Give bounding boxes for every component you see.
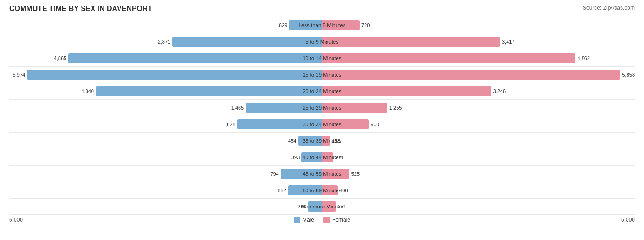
bar-right-wrapper: 5,858 bbox=[322, 70, 635, 80]
female-value: 5,858 bbox=[622, 72, 635, 78]
chart-container: COMMUTE TIME BY SEX IN DAVENPORT Source:… bbox=[9, 5, 635, 223]
row-inner: 652 60 to 89 Minutes 300 bbox=[9, 182, 635, 198]
row-label: Less than 5 Minutes bbox=[299, 22, 346, 28]
table-row: 4,340 20 to 24 Minutes 3,246 bbox=[9, 83, 635, 99]
bar-right-container: 5,858 bbox=[322, 67, 635, 83]
legend-box-male bbox=[294, 217, 300, 223]
table-row: 2,871 5 to 9 Minutes 3,417 bbox=[9, 33, 635, 50]
female-value: 1,255 bbox=[389, 105, 402, 111]
row-inner: 1,628 30 to 34 Minutes 900 bbox=[9, 116, 635, 132]
bar-left-container: 4,865 bbox=[9, 50, 322, 66]
bar-right-wrapper: 271 bbox=[322, 201, 635, 212]
bar-right-container: 900 bbox=[322, 116, 635, 132]
female-value: 720 bbox=[361, 22, 370, 28]
bar-left-wrapper: 5,974 bbox=[9, 70, 322, 80]
bar-left-container: 454 bbox=[9, 133, 322, 149]
female-value: 3,417 bbox=[502, 39, 515, 45]
legend-item-female: Female bbox=[323, 217, 350, 223]
bar-right-wrapper: 158 bbox=[322, 136, 635, 146]
row-label: 20 to 24 Minutes bbox=[302, 89, 341, 94]
axis-label-right: 6,000 bbox=[621, 217, 635, 223]
bar-left-wrapper: 4,340 bbox=[9, 86, 322, 96]
male-value: 629 bbox=[271, 22, 287, 28]
bar-left-wrapper: 4,865 bbox=[9, 53, 322, 63]
row-inner: 5,974 15 to 19 Minutes 5,858 bbox=[9, 67, 635, 83]
row-inner: 393 40 to 44 Minutes 214 bbox=[9, 149, 635, 165]
female-value: 3,246 bbox=[493, 89, 506, 94]
row-inner: 276 90 or more Minutes 271 bbox=[9, 199, 635, 214]
row-label: 5 to 9 Minutes bbox=[306, 39, 338, 45]
legend-item-male: Male bbox=[294, 217, 314, 223]
bar-left-container: 5,974 bbox=[9, 67, 322, 83]
row-label: 90 or more Minutes bbox=[299, 204, 344, 209]
bar-right-wrapper: 3,246 bbox=[322, 86, 635, 96]
bar-right-container: 1,255 bbox=[322, 100, 635, 116]
legend-box-female bbox=[323, 217, 330, 223]
table-row: 276 90 or more Minutes 271 bbox=[9, 198, 635, 215]
bar-left-wrapper: 276 bbox=[9, 201, 322, 212]
male-value: 4,340 bbox=[78, 89, 94, 94]
row-label: 15 to 19 Minutes bbox=[302, 72, 341, 78]
male-bar bbox=[96, 86, 322, 96]
male-value: 794 bbox=[263, 171, 279, 177]
bar-left-wrapper: 794 bbox=[9, 169, 322, 179]
row-label: 40 to 44 Minutes bbox=[302, 155, 341, 160]
female-value: 4,862 bbox=[577, 56, 590, 61]
row-inner: 4,865 10 to 14 Minutes 4,862 bbox=[9, 50, 635, 66]
row-label: 30 to 34 Minutes bbox=[302, 122, 341, 127]
row-inner: 454 35 to 39 Minutes 158 bbox=[9, 133, 635, 149]
table-row: 629 Less than 5 Minutes 720 bbox=[9, 17, 635, 33]
row-inner: 4,340 20 to 24 Minutes 3,246 bbox=[9, 83, 635, 99]
table-row: 794 45 to 59 Minutes 525 bbox=[9, 165, 635, 182]
bar-left-container: 652 bbox=[9, 182, 322, 198]
row-label: 10 to 14 Minutes bbox=[302, 56, 341, 61]
row-label: 60 to 89 Minutes bbox=[302, 188, 341, 193]
bar-right-container: 300 bbox=[322, 182, 635, 198]
bar-right-container: 158 bbox=[322, 133, 635, 149]
chart-title: COMMUTE TIME BY SEX IN DAVENPORT bbox=[9, 5, 152, 13]
chart-header: COMMUTE TIME BY SEX IN DAVENPORT Source:… bbox=[9, 5, 635, 13]
table-row: 1,628 30 to 34 Minutes 900 bbox=[9, 116, 635, 132]
row-label: 45 to 59 Minutes bbox=[302, 171, 341, 177]
bar-left-container: 1,628 bbox=[9, 116, 322, 132]
bar-left-container: 629 bbox=[9, 17, 322, 33]
table-row: 454 35 to 39 Minutes 158 bbox=[9, 132, 635, 149]
female-bar bbox=[322, 86, 491, 96]
female-value: 525 bbox=[351, 171, 360, 177]
bar-right-container: 271 bbox=[322, 199, 635, 214]
bar-left-container: 794 bbox=[9, 166, 322, 182]
table-row: 652 60 to 89 Minutes 300 bbox=[9, 182, 635, 198]
male-bar bbox=[27, 70, 322, 80]
bar-right-container: 720 bbox=[322, 17, 635, 33]
bar-right-container: 3,417 bbox=[322, 33, 635, 50]
bar-right-container: 3,246 bbox=[322, 83, 635, 99]
legend-label-male: Male bbox=[302, 217, 314, 223]
bar-left-wrapper: 1,628 bbox=[9, 119, 322, 129]
bar-left-container: 2,871 bbox=[9, 33, 322, 50]
male-bar bbox=[68, 53, 322, 63]
bar-right-wrapper: 3,417 bbox=[322, 37, 635, 47]
bar-left-wrapper: 393 bbox=[9, 152, 322, 162]
table-row: 5,974 15 to 19 Minutes 5,858 bbox=[9, 66, 635, 83]
row-inner: 794 45 to 59 Minutes 525 bbox=[9, 166, 635, 182]
table-row: 1,465 25 to 29 Minutes 1,255 bbox=[9, 99, 635, 116]
bar-left-wrapper: 629 bbox=[9, 20, 322, 30]
row-inner: 1,465 25 to 29 Minutes 1,255 bbox=[9, 100, 635, 116]
legend-label-female: Female bbox=[332, 217, 350, 223]
male-value: 4,865 bbox=[50, 56, 66, 61]
bar-left-container: 393 bbox=[9, 149, 322, 165]
male-value: 393 bbox=[284, 155, 300, 160]
bar-left-wrapper: 454 bbox=[9, 136, 322, 146]
chart-area: 629 Less than 5 Minutes 720 2,871 bbox=[9, 17, 635, 215]
bar-left-wrapper: 1,465 bbox=[9, 103, 322, 113]
bar-right-wrapper: 214 bbox=[322, 152, 635, 162]
bar-right-wrapper: 4,862 bbox=[322, 53, 635, 63]
bar-left-container: 276 bbox=[9, 199, 322, 214]
bar-right-container: 525 bbox=[322, 166, 635, 182]
bar-right-wrapper: 1,255 bbox=[322, 103, 635, 113]
bar-right-wrapper: 525 bbox=[322, 169, 635, 179]
bar-right-container: 4,862 bbox=[322, 50, 635, 66]
bar-right-wrapper: 900 bbox=[322, 119, 635, 129]
male-value: 454 bbox=[280, 138, 296, 144]
bar-left-container: 4,340 bbox=[9, 83, 322, 99]
